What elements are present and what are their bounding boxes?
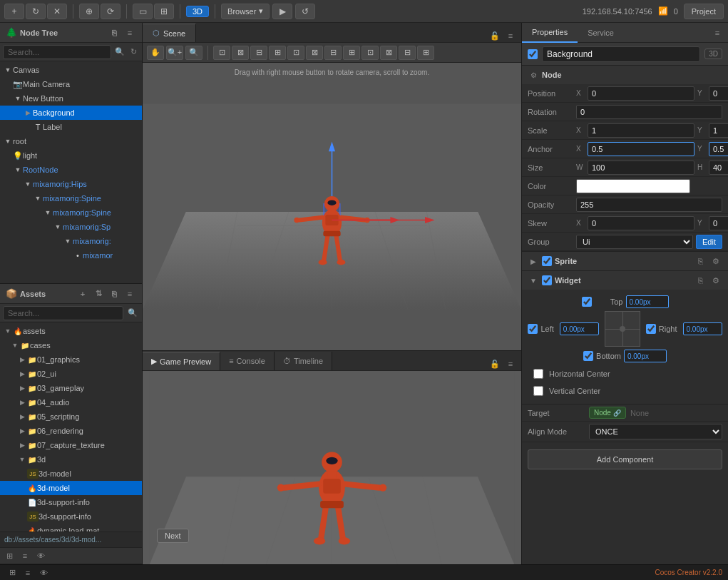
tree-item-spine1[interactable]: ▼ mixamorig:Spine [0, 191, 142, 205]
tb12[interactable]: ⊞ [417, 46, 434, 60]
tb11[interactable]: ⊟ [399, 46, 416, 60]
tb8[interactable]: ⊞ [343, 46, 360, 60]
tb6[interactable]: ⊠ [306, 46, 323, 60]
next-btn[interactable]: Next [157, 529, 189, 543]
move-tool[interactable]: ⊕ [79, 4, 99, 19]
node-search-input[interactable] [3, 45, 111, 59]
h-center-checkbox[interactable] [533, 369, 543, 379]
tb5[interactable]: ⊡ [287, 46, 304, 60]
assets-search-icon[interactable]: 🔍 [126, 307, 139, 320]
scene-viewport[interactable]: Drag with right mouse button to rotate c… [143, 63, 521, 350]
widget-copy-btn[interactable]: ⎘ [694, 274, 707, 287]
asset-06rendering[interactable]: ▶ 📁 06_rendering [0, 424, 142, 438]
node-name-input[interactable] [542, 46, 700, 62]
add-btn[interactable]: + [4, 4, 24, 19]
node-collapse-btn[interactable]: ⚙ [528, 69, 539, 81]
asset-3d-model-js[interactable]: JS 3d-model [0, 467, 142, 481]
tb9[interactable]: ⊡ [362, 46, 379, 60]
anchor-y-input[interactable] [709, 142, 728, 156]
opacity-input[interactable] [576, 198, 722, 212]
assets-search-input[interactable] [3, 306, 123, 320]
v-center-checkbox[interactable] [533, 386, 543, 396]
properties-tab[interactable]: Properties [522, 23, 578, 43]
eye-icon[interactable]: 👁 [34, 549, 47, 562]
sprite-active-checkbox[interactable] [542, 256, 552, 266]
rect-tool[interactable]: ▭ [133, 4, 153, 19]
asset-3d-support-info-file[interactable]: 📄 3d-support-info [0, 495, 142, 509]
tb7[interactable]: ⊟ [324, 46, 342, 60]
align-mode-select[interactable]: ONCE ALWAYS [589, 424, 722, 439]
status-eye-icon[interactable]: 👁 [37, 566, 50, 579]
tb2[interactable]: ⊠ [232, 46, 249, 60]
scene-tab[interactable]: ⬡ Scene [143, 24, 196, 42]
zoom-in-tool[interactable]: 🔍+ [166, 46, 183, 60]
anchor-x-input[interactable] [588, 142, 694, 156]
asset-3d-model-prefab[interactable]: 🔥 3d-model [0, 481, 142, 495]
service-tab[interactable]: Service [578, 23, 624, 43]
position-y-input[interactable] [709, 86, 728, 101]
position-x-input[interactable] [588, 86, 694, 101]
assets-sort-btn[interactable]: ⇅ [92, 288, 105, 300]
play-btn[interactable]: ▶ [272, 4, 292, 19]
tree-copy-btn[interactable]: ⎘ [108, 26, 121, 39]
tree-item-canvas[interactable]: ▼ Canvas [0, 63, 142, 77]
refresh-btn[interactable]: ↻ [26, 4, 46, 19]
left-value-input[interactable] [560, 322, 599, 335]
add-component-btn[interactable]: Add Component [528, 449, 722, 469]
list-icon[interactable]: ≡ [19, 549, 31, 562]
game-preview-tab[interactable]: ▶ Game Preview [143, 352, 220, 370]
right-checkbox[interactable] [646, 324, 656, 334]
status-list-icon[interactable]: ≡ [21, 566, 34, 579]
group-edit-btn[interactable]: Edit [696, 235, 722, 249]
tb10[interactable]: ⊠ [380, 46, 397, 60]
assets-copy-btn[interactable]: ⎘ [108, 288, 121, 300]
scale-y-input[interactable] [709, 123, 728, 138]
rotation-input[interactable] [576, 105, 722, 119]
reload-btn[interactable]: ↺ [295, 4, 315, 19]
tb4[interactable]: ⊞ [269, 46, 286, 60]
widget-active-checkbox[interactable] [542, 275, 552, 285]
tree-refresh-btn[interactable]: ↻ [128, 46, 140, 58]
tree-item-hips[interactable]: ▼ mixamorig:Hips [0, 177, 142, 191]
top-value-input[interactable] [626, 295, 669, 308]
assets-menu-btn[interactable]: ≡ [123, 288, 136, 300]
grid-icon[interactable]: ⊞ [3, 549, 16, 562]
asset-3d[interactable]: ▼ 📁 3d [0, 452, 142, 467]
close-btn[interactable]: ✕ [47, 4, 67, 19]
widget-collapse-btn[interactable]: ▼ [528, 275, 539, 286]
sprite-section-header[interactable]: ▶ Sprite ⎘ ⚙ [522, 252, 728, 270]
asset-01graphics[interactable]: ▶ 📁 01_graphics [0, 352, 142, 367]
left-checkbox[interactable] [528, 324, 538, 334]
status-grid-icon[interactable]: ⊞ [6, 566, 19, 579]
zoom-out-tool[interactable]: 🔍 [185, 46, 202, 60]
color-swatch[interactable] [576, 179, 690, 193]
scene-menu-icon[interactable]: ≡ [504, 29, 517, 42]
browser-select[interactable]: Browser ▾ [221, 4, 270, 19]
bottom-value-input[interactable] [624, 350, 667, 362]
timeline-tab[interactable]: ⏱ Timeline [275, 352, 332, 370]
scale-x-input[interactable] [588, 123, 694, 138]
bottom-unlock-icon[interactable]: 🔓 [488, 357, 501, 370]
tree-item-spine2[interactable]: ▼ mixamorig:Spine [0, 205, 142, 220]
node-active-checkbox[interactable] [528, 49, 538, 59]
tree-item-light[interactable]: 💡 light [0, 148, 142, 163]
asset-04audio[interactable]: ▶ 📁 04_audio [0, 395, 142, 409]
skew-y-input[interactable] [709, 216, 728, 230]
asset-assets[interactable]: ▼ 🔥 assets [0, 324, 142, 338]
target-node-badge[interactable]: Node 🔗 [589, 407, 626, 419]
scene-unlock-icon[interactable]: 🔓 [488, 29, 501, 42]
right-value-input[interactable] [683, 322, 722, 335]
tree-item-mixamo2[interactable]: ▼ mixamorig: [0, 234, 142, 248]
asset-cases[interactable]: ▼ 📁 cases [0, 338, 142, 352]
sprite-collapse-btn[interactable]: ▶ [528, 255, 539, 267]
bottom-menu-icon[interactable]: ≡ [504, 357, 517, 370]
group-select[interactable]: Ui Default [576, 235, 693, 249]
tree-item-new-button[interactable]: ▼ New Button [0, 91, 142, 106]
asset-3d-support-info-js[interactable]: JS 3d-support-info [0, 509, 142, 524]
hand-tool[interactable]: ✋ [147, 46, 164, 60]
mode-3d-toggle[interactable]: 3D [186, 6, 209, 17]
rotate-tool[interactable]: ⟳ [101, 4, 121, 19]
asset-02ui[interactable]: ▶ 📁 02_ui [0, 367, 142, 381]
game-preview-viewport[interactable]: Next [143, 371, 521, 564]
tree-item-background[interactable]: ▶ Background [0, 106, 142, 120]
